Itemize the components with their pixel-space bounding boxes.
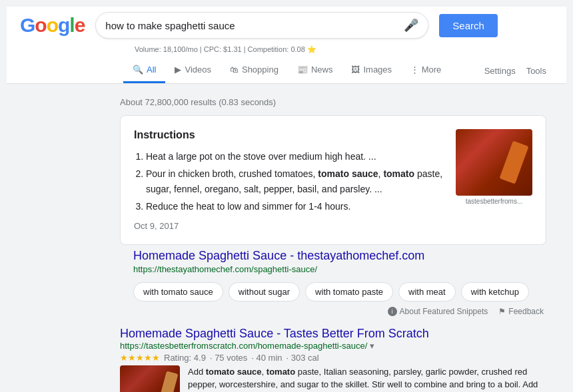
result1-section: Homemade Spaghetti Sauce - thestayathome… bbox=[120, 249, 546, 277]
feedback-label: Feedback bbox=[508, 307, 544, 316]
snippet-title: Instructions bbox=[134, 129, 445, 141]
result2-meta: ★★★★★ Rating: 4.9 · 75 votes · 40 min · … bbox=[120, 353, 546, 363]
snippet-step-2: Pour in chicken broth, crushed tomatoes,… bbox=[146, 166, 445, 196]
info-icon: i bbox=[388, 307, 397, 316]
result1-title[interactable]: Homemade Spaghetti Sauce - thestayathome… bbox=[133, 249, 546, 263]
tab-news[interactable]: 📰 News bbox=[288, 58, 342, 83]
snippet-date: Oct 9, 2017 bbox=[134, 221, 445, 231]
related-chips: with tomato sauce without sugar with tom… bbox=[120, 282, 546, 301]
images-icon: 🖼 bbox=[351, 65, 360, 75]
tab-more[interactable]: ⋮ More bbox=[401, 58, 450, 83]
news-icon: 📰 bbox=[297, 65, 308, 75]
video-icon: ▶ bbox=[175, 65, 181, 75]
tab-images-label: Images bbox=[363, 65, 392, 75]
shopping-icon: 🛍 bbox=[230, 65, 239, 75]
header-top: Google 🎤 Search bbox=[20, 12, 553, 44]
tab-all-label: All bbox=[147, 65, 156, 75]
snippet-footer: i About Featured Snippets ⚑ Feedback bbox=[120, 307, 546, 316]
rating-value: Rating: 4.9 bbox=[164, 353, 206, 363]
mic-icon[interactable]: 🎤 bbox=[404, 18, 418, 33]
step3-text: Reduce the heat to low and simmer for 1-… bbox=[146, 201, 350, 212]
result2-text: Add tomato sauce, tomato paste, Italian … bbox=[188, 365, 546, 392]
main-content: About 72,800,000 results (0.83 seconds) … bbox=[7, 84, 566, 392]
tab-images[interactable]: 🖼 Images bbox=[342, 58, 401, 83]
bold-tomato-sauce2: tomato sauce bbox=[206, 367, 262, 377]
snippet-step-3: Reduce the heat to low and simmer for 1-… bbox=[146, 199, 445, 214]
about-snippets[interactable]: i About Featured Snippets bbox=[388, 307, 488, 316]
chip-ketchup[interactable]: with ketchup bbox=[461, 282, 529, 301]
search-icon: 🔍 bbox=[133, 65, 143, 75]
feedback-button[interactable]: ⚑ Feedback bbox=[498, 307, 544, 316]
results-stats: About 72,800,000 results (0.83 seconds) bbox=[120, 91, 553, 115]
nav-settings: Settings Tools bbox=[484, 66, 553, 76]
tab-shopping-label: Shopping bbox=[242, 65, 279, 75]
tab-videos-label: Videos bbox=[185, 65, 211, 75]
settings-link[interactable]: Settings bbox=[484, 66, 516, 76]
step1-text: Heat a large pot on the stove over mediu… bbox=[146, 151, 376, 162]
featured-snippet: Instructions Heat a large pot on the sto… bbox=[120, 115, 546, 245]
about-snippets-label: About Featured Snippets bbox=[400, 307, 488, 316]
page-wrapper: Google 🎤 Search Volume: 18,100/mo | CPC:… bbox=[7, 7, 566, 392]
result2-description: Add tomato sauce, tomato paste, Italian … bbox=[188, 365, 546, 392]
tab-shopping[interactable]: 🛍 Shopping bbox=[221, 58, 288, 83]
calories: · 303 cal bbox=[286, 353, 319, 363]
time: · 40 min bbox=[251, 353, 282, 363]
google-logo: Google bbox=[20, 15, 85, 35]
result2-url: https://tastesbetterfromscratch.com/home… bbox=[120, 341, 546, 351]
tab-news-label: News bbox=[311, 65, 333, 75]
chip-without-sugar[interactable]: without sugar bbox=[229, 282, 300, 301]
result1-url: https://thestayathomechef.com/spaghetti-… bbox=[133, 264, 546, 274]
tab-all[interactable]: 🔍 All bbox=[123, 58, 165, 83]
result2: Homemade Spaghetti Sauce - Tastes Better… bbox=[120, 327, 546, 392]
tab-videos[interactable]: ▶ Videos bbox=[165, 58, 221, 83]
tab-more-label: ⋮ More bbox=[410, 65, 441, 75]
votes: · 75 votes bbox=[210, 353, 247, 363]
chip-tomato-paste[interactable]: with tomato paste bbox=[305, 282, 393, 301]
star-rating: ★★★★★ bbox=[120, 353, 160, 363]
snippet-image bbox=[456, 129, 532, 196]
nav-tabs: 🔍 All ▶ Videos 🛍 Shopping 📰 News 🖼 Image… bbox=[20, 58, 553, 83]
snippet-image-container: tastesbetterfroms... bbox=[456, 129, 532, 231]
chip-tomato-sauce[interactable]: with tomato sauce bbox=[133, 282, 223, 301]
snippet-steps: Heat a large pot on the stove over mediu… bbox=[134, 149, 445, 214]
bold-tomato-sauce: tomato sauce bbox=[318, 168, 378, 179]
result2-thumbnail bbox=[120, 365, 180, 392]
result2-url-text: https://tastesbetterfromscratch.com/home… bbox=[120, 341, 367, 351]
bold-tomato: tomato bbox=[383, 168, 414, 179]
feedback-icon: ⚑ bbox=[498, 307, 506, 316]
result2-body: Add tomato sauce, tomato paste, Italian … bbox=[120, 365, 546, 392]
dropdown-icon[interactable]: ▾ bbox=[370, 341, 374, 351]
tools-link[interactable]: Tools bbox=[526, 66, 546, 76]
header: Google 🎤 Search Volume: 18,100/mo | CPC:… bbox=[7, 7, 566, 84]
search-keyword-stats: Volume: 18,100/mo | CPC: $1.31 | Competi… bbox=[20, 44, 553, 58]
chip-meat[interactable]: with meat bbox=[398, 282, 456, 301]
snippet-step-1: Heat a large pot on the stove over mediu… bbox=[146, 149, 445, 164]
bold-tomato2: tomato bbox=[267, 367, 295, 377]
snippet-image-label: tastesbetterfroms... bbox=[456, 198, 532, 205]
snippet-content: Instructions Heat a large pot on the sto… bbox=[134, 129, 445, 231]
result2-title[interactable]: Homemade Spaghetti Sauce - Tastes Better… bbox=[120, 327, 429, 340]
search-input[interactable] bbox=[105, 20, 398, 31]
search-button[interactable]: Search bbox=[439, 14, 498, 37]
search-bar[interactable]: 🎤 bbox=[95, 12, 428, 39]
